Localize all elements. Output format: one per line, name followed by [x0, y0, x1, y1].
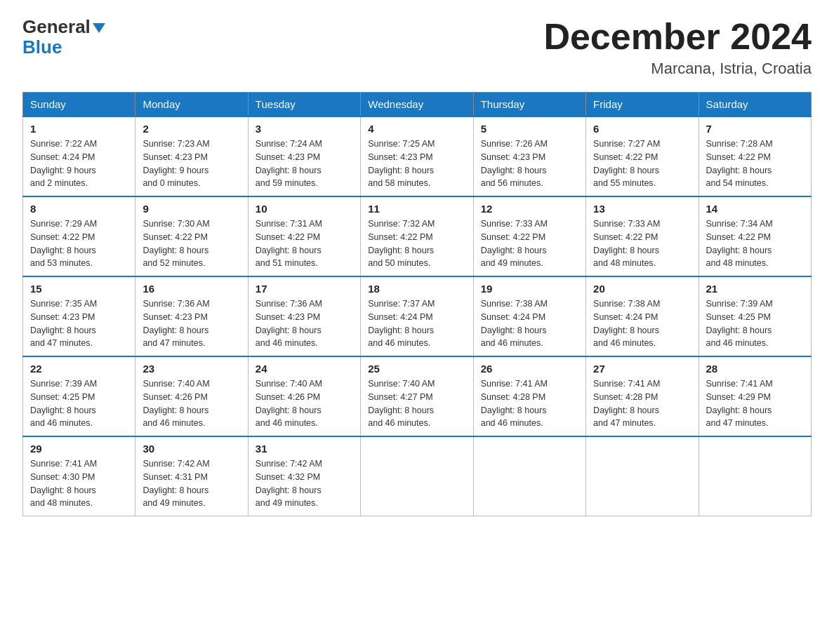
table-row: 11Sunrise: 7:32 AMSunset: 4:22 PMDayligh…: [361, 196, 473, 276]
day-number: 28: [706, 363, 804, 375]
day-number: 30: [143, 443, 240, 455]
month-title: December 2024: [543, 17, 812, 57]
day-number: 29: [30, 443, 128, 455]
table-row: 9Sunrise: 7:30 AMSunset: 4:22 PMDaylight…: [135, 196, 248, 276]
table-row: 4Sunrise: 7:25 AMSunset: 4:23 PMDaylight…: [361, 116, 473, 196]
day-number: 7: [706, 123, 804, 135]
day-number: 13: [593, 203, 691, 215]
table-row: 18Sunrise: 7:37 AMSunset: 4:24 PMDayligh…: [361, 276, 473, 356]
day-number: 4: [368, 123, 465, 135]
table-row: 14Sunrise: 7:34 AMSunset: 4:22 PMDayligh…: [699, 196, 811, 276]
table-row: 25Sunrise: 7:40 AMSunset: 4:27 PMDayligh…: [361, 356, 473, 436]
table-row: 2Sunrise: 7:23 AMSunset: 4:23 PMDaylight…: [135, 116, 248, 196]
day-number: 16: [143, 283, 240, 295]
day-info: Sunrise: 7:23 AMSunset: 4:23 PMDaylight:…: [143, 137, 240, 190]
day-info: Sunrise: 7:41 AMSunset: 4:29 PMDaylight:…: [706, 377, 804, 430]
table-row: 22Sunrise: 7:39 AMSunset: 4:25 PMDayligh…: [23, 356, 135, 436]
table-row: 17Sunrise: 7:36 AMSunset: 4:23 PMDayligh…: [248, 276, 360, 356]
calendar-week-2: 8Sunrise: 7:29 AMSunset: 4:22 PMDaylight…: [23, 196, 812, 276]
day-info: Sunrise: 7:35 AMSunset: 4:23 PMDaylight:…: [30, 297, 128, 350]
day-info: Sunrise: 7:40 AMSunset: 4:26 PMDaylight:…: [256, 377, 353, 430]
day-info: Sunrise: 7:41 AMSunset: 4:28 PMDaylight:…: [593, 377, 691, 430]
table-row: 20Sunrise: 7:38 AMSunset: 4:24 PMDayligh…: [586, 276, 699, 356]
table-row: 10Sunrise: 7:31 AMSunset: 4:22 PMDayligh…: [248, 196, 360, 276]
table-row: 12Sunrise: 7:33 AMSunset: 4:22 PMDayligh…: [473, 196, 585, 276]
table-row: 26Sunrise: 7:41 AMSunset: 4:28 PMDayligh…: [473, 356, 585, 436]
day-number: 27: [593, 363, 691, 375]
table-row: 13Sunrise: 7:33 AMSunset: 4:22 PMDayligh…: [586, 196, 699, 276]
day-info: Sunrise: 7:28 AMSunset: 4:22 PMDaylight:…: [706, 137, 804, 190]
day-info: Sunrise: 7:39 AMSunset: 4:25 PMDaylight:…: [706, 297, 804, 350]
table-row: 30Sunrise: 7:42 AMSunset: 4:31 PMDayligh…: [135, 436, 248, 516]
day-number: 21: [706, 283, 804, 295]
table-row: 3Sunrise: 7:24 AMSunset: 4:23 PMDaylight…: [248, 116, 360, 196]
day-number: 8: [30, 203, 128, 215]
day-number: 9: [143, 203, 240, 215]
day-number: 31: [256, 443, 353, 455]
table-row: 23Sunrise: 7:40 AMSunset: 4:26 PMDayligh…: [135, 356, 248, 436]
calendar-week-1: 1Sunrise: 7:22 AMSunset: 4:24 PMDaylight…: [23, 116, 812, 196]
calendar-header-row: Sunday Monday Tuesday Wednesday Thursday…: [23, 93, 812, 117]
day-info: Sunrise: 7:38 AMSunset: 4:24 PMDaylight:…: [593, 297, 691, 350]
day-number: 1: [30, 123, 128, 135]
table-row: 5Sunrise: 7:26 AMSunset: 4:23 PMDaylight…: [473, 116, 585, 196]
table-row: [473, 436, 585, 516]
day-info: Sunrise: 7:41 AMSunset: 4:28 PMDaylight:…: [481, 377, 578, 430]
calendar-week-3: 15Sunrise: 7:35 AMSunset: 4:23 PMDayligh…: [23, 276, 812, 356]
day-info: Sunrise: 7:36 AMSunset: 4:23 PMDaylight:…: [256, 297, 353, 350]
calendar-week-4: 22Sunrise: 7:39 AMSunset: 4:25 PMDayligh…: [23, 356, 812, 436]
day-number: 11: [368, 203, 465, 215]
day-info: Sunrise: 7:40 AMSunset: 4:27 PMDaylight:…: [368, 377, 465, 430]
col-saturday: Saturday: [699, 93, 811, 117]
table-row: 1Sunrise: 7:22 AMSunset: 4:24 PMDaylight…: [23, 116, 135, 196]
table-row: 29Sunrise: 7:41 AMSunset: 4:30 PMDayligh…: [23, 436, 135, 516]
day-info: Sunrise: 7:32 AMSunset: 4:22 PMDaylight:…: [368, 217, 465, 270]
day-info: Sunrise: 7:39 AMSunset: 4:25 PMDaylight:…: [30, 377, 128, 430]
table-row: 21Sunrise: 7:39 AMSunset: 4:25 PMDayligh…: [699, 276, 811, 356]
table-row: 31Sunrise: 7:42 AMSunset: 4:32 PMDayligh…: [248, 436, 360, 516]
day-info: Sunrise: 7:26 AMSunset: 4:23 PMDaylight:…: [481, 137, 578, 190]
day-number: 15: [30, 283, 128, 295]
day-number: 10: [256, 203, 353, 215]
calendar-week-5: 29Sunrise: 7:41 AMSunset: 4:30 PMDayligh…: [23, 436, 812, 516]
day-number: 26: [481, 363, 578, 375]
table-row: 8Sunrise: 7:29 AMSunset: 4:22 PMDaylight…: [23, 196, 135, 276]
location: Marcana, Istria, Croatia: [543, 60, 812, 78]
day-number: 3: [256, 123, 353, 135]
day-info: Sunrise: 7:25 AMSunset: 4:23 PMDaylight:…: [368, 137, 465, 190]
table-row: 6Sunrise: 7:27 AMSunset: 4:22 PMDaylight…: [586, 116, 699, 196]
day-info: Sunrise: 7:36 AMSunset: 4:23 PMDaylight:…: [143, 297, 240, 350]
day-number: 23: [143, 363, 240, 375]
day-info: Sunrise: 7:33 AMSunset: 4:22 PMDaylight:…: [481, 217, 578, 270]
day-info: Sunrise: 7:29 AMSunset: 4:22 PMDaylight:…: [30, 217, 128, 270]
col-thursday: Thursday: [473, 93, 585, 117]
col-friday: Friday: [586, 93, 699, 117]
day-number: 17: [256, 283, 353, 295]
day-info: Sunrise: 7:41 AMSunset: 4:30 PMDaylight:…: [30, 457, 128, 510]
logo-general: General: [22, 17, 105, 37]
calendar-table: Sunday Monday Tuesday Wednesday Thursday…: [22, 92, 812, 516]
col-tuesday: Tuesday: [248, 93, 360, 117]
day-info: Sunrise: 7:22 AMSunset: 4:24 PMDaylight:…: [30, 137, 128, 190]
col-sunday: Sunday: [23, 93, 135, 117]
logo-blue: Blue: [22, 37, 62, 58]
day-number: 14: [706, 203, 804, 215]
day-info: Sunrise: 7:40 AMSunset: 4:26 PMDaylight:…: [143, 377, 240, 430]
day-number: 24: [256, 363, 353, 375]
table-row: [361, 436, 473, 516]
day-number: 25: [368, 363, 465, 375]
title-section: December 2024 Marcana, Istria, Croatia: [543, 17, 812, 78]
day-number: 18: [368, 283, 465, 295]
day-info: Sunrise: 7:24 AMSunset: 4:23 PMDaylight:…: [256, 137, 353, 190]
day-number: 2: [143, 123, 240, 135]
day-number: 20: [593, 283, 691, 295]
table-row: 19Sunrise: 7:38 AMSunset: 4:24 PMDayligh…: [473, 276, 585, 356]
logo: General Blue: [22, 17, 105, 57]
day-info: Sunrise: 7:34 AMSunset: 4:22 PMDaylight:…: [706, 217, 804, 270]
table-row: 24Sunrise: 7:40 AMSunset: 4:26 PMDayligh…: [248, 356, 360, 436]
day-number: 22: [30, 363, 128, 375]
day-info: Sunrise: 7:42 AMSunset: 4:31 PMDaylight:…: [143, 457, 240, 510]
table-row: 27Sunrise: 7:41 AMSunset: 4:28 PMDayligh…: [586, 356, 699, 436]
table-row: 15Sunrise: 7:35 AMSunset: 4:23 PMDayligh…: [23, 276, 135, 356]
day-info: Sunrise: 7:42 AMSunset: 4:32 PMDaylight:…: [256, 457, 353, 510]
